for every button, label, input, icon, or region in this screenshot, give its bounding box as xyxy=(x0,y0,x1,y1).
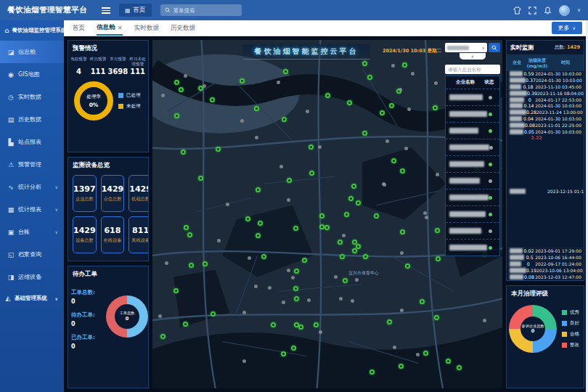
map-marker-online[interactable] xyxy=(298,324,303,330)
map-marker-online[interactable] xyxy=(446,359,451,364)
map-marker-offline[interactable] xyxy=(399,88,402,91)
map-marker-online[interactable] xyxy=(362,61,367,66)
map-marker-online[interactable] xyxy=(258,221,263,226)
map-marker-offline[interactable] xyxy=(434,81,438,85)
sidebar-item-stat-report[interactable]: ▦统计报表∨ xyxy=(0,198,64,221)
fullscreen-icon[interactable] xyxy=(528,7,536,15)
map-marker-offline[interactable] xyxy=(217,239,221,242)
map-marker-offline[interactable] xyxy=(355,278,359,282)
company-row[interactable] xyxy=(446,222,499,239)
map-marker-offline[interactable] xyxy=(400,309,404,312)
map-marker-offline[interactable] xyxy=(483,319,486,322)
sidebar-item-ledger[interactable]: ▣台账∨ xyxy=(0,221,64,243)
map-marker-offline[interactable] xyxy=(268,286,271,290)
map-marker-online[interactable] xyxy=(181,150,186,155)
map-marker-online[interactable] xyxy=(179,87,184,92)
region-select[interactable]: ∨ xyxy=(445,43,487,52)
map-marker-online[interactable] xyxy=(174,113,179,118)
map-marker-offline[interactable] xyxy=(342,234,346,237)
menu-search[interactable] xyxy=(160,4,242,16)
map-marker-online[interactable] xyxy=(283,69,288,74)
collapse-toggle[interactable]: ∧ xyxy=(460,53,486,60)
menu-search-input[interactable] xyxy=(173,7,237,14)
company-search-input[interactable] xyxy=(445,65,500,74)
map-marker-offline[interactable] xyxy=(203,84,206,88)
map-marker-online[interactable] xyxy=(287,178,292,183)
map-marker-online[interactable] xyxy=(434,315,439,320)
map-marker-online[interactable] xyxy=(309,171,314,176)
map-marker-online[interactable] xyxy=(343,278,348,283)
map-marker-online[interactable] xyxy=(347,100,352,105)
map-marker-online[interactable] xyxy=(245,216,250,221)
map-marker-online[interactable] xyxy=(402,62,407,68)
company-row[interactable] xyxy=(446,122,499,139)
map-marker-online[interactable] xyxy=(294,296,299,301)
map-marker-online[interactable] xyxy=(183,322,188,327)
map-marker-online[interactable] xyxy=(189,263,194,268)
map-marker-online[interactable] xyxy=(400,229,405,234)
map-marker-offline[interactable] xyxy=(242,359,246,363)
company-row[interactable] xyxy=(446,172,499,189)
map-marker-online[interactable] xyxy=(374,213,379,219)
sidebar-item-alarm-manage[interactable]: ⚠预警管理 xyxy=(0,153,64,176)
map-marker-offline[interactable] xyxy=(351,299,354,303)
map-marker-offline[interactable] xyxy=(240,119,244,123)
map-marker-offline[interactable] xyxy=(306,110,309,113)
map-marker-offline[interactable] xyxy=(407,107,411,111)
map-marker-offline[interactable] xyxy=(334,275,338,279)
theme-icon[interactable] xyxy=(513,7,521,15)
company-row[interactable] xyxy=(446,155,499,172)
map-marker-offline[interactable] xyxy=(404,147,408,150)
sidebar-item-gis-map[interactable]: ◉GIS地图 xyxy=(0,63,64,86)
map-marker-online[interactable] xyxy=(173,288,179,293)
user-dropdown-chevron-icon[interactable]: ∨ xyxy=(577,7,581,13)
map-marker-offline[interactable] xyxy=(307,298,311,302)
map-marker-offline[interactable] xyxy=(254,285,258,288)
company-row[interactable] xyxy=(446,139,499,155)
company-row[interactable] xyxy=(446,205,499,222)
map-marker-offline[interactable] xyxy=(248,256,251,260)
map-marker-offline[interactable] xyxy=(158,314,162,318)
map-marker-offline[interactable] xyxy=(319,330,322,334)
company-row[interactable] xyxy=(446,239,499,256)
map-marker-online[interactable] xyxy=(261,254,266,259)
map-marker-online[interactable] xyxy=(254,106,259,111)
map-marker-online[interactable] xyxy=(351,184,356,189)
map-marker-offline[interactable] xyxy=(436,173,439,176)
map-marker-online[interactable] xyxy=(309,144,314,150)
map-marker-offline[interactable] xyxy=(287,269,290,272)
map-marker-online[interactable] xyxy=(436,256,441,261)
map-marker-online[interactable] xyxy=(240,78,245,83)
map-marker-online[interactable] xyxy=(356,200,361,205)
map-marker-online[interactable] xyxy=(210,97,215,102)
map-marker-offline[interactable] xyxy=(391,64,395,68)
map-marker-online[interactable] xyxy=(319,224,324,229)
more-button[interactable]: 更多 ∨ xyxy=(552,22,582,34)
map-container[interactable]: 餐饮油烟智能监控云平台 2024/1/30 10:03 星期二 宜兴市体育中心 … xyxy=(152,40,502,388)
map-marker-offline[interactable] xyxy=(226,203,229,206)
map-marker-online[interactable] xyxy=(363,254,368,259)
map-marker-online[interactable] xyxy=(352,240,357,245)
map-marker-online[interactable] xyxy=(203,261,208,266)
company-row[interactable] xyxy=(446,89,499,105)
sidebar-item-archive-query[interactable]: ◱档案查询 xyxy=(0,243,64,266)
map-marker-online[interactable] xyxy=(211,311,216,317)
map-marker-offline[interactable] xyxy=(393,346,396,349)
map-marker-offline[interactable] xyxy=(416,353,420,356)
tab-info-cabin[interactable]: 信息舱× xyxy=(97,20,123,36)
map-marker-online[interactable] xyxy=(319,213,324,219)
sidebar-item-base-system[interactable]: ◭ 基础管理系统 ∨ xyxy=(0,288,64,309)
map-marker-online[interactable] xyxy=(256,233,261,238)
map-marker-online[interactable] xyxy=(380,110,385,115)
map-marker-online[interactable] xyxy=(184,225,189,230)
map-marker-online[interactable] xyxy=(160,334,166,339)
map-marker-online[interactable] xyxy=(389,103,394,108)
map-marker-online[interactable] xyxy=(423,351,428,356)
map-marker-online[interactable] xyxy=(324,225,330,230)
search-button[interactable] xyxy=(489,43,500,52)
map-marker-offline[interactable] xyxy=(279,165,283,168)
map-marker-online[interactable] xyxy=(302,258,307,263)
map-marker-online[interactable] xyxy=(282,117,287,122)
map-marker-online[interactable] xyxy=(281,351,286,356)
map-marker-online[interactable] xyxy=(435,228,440,233)
